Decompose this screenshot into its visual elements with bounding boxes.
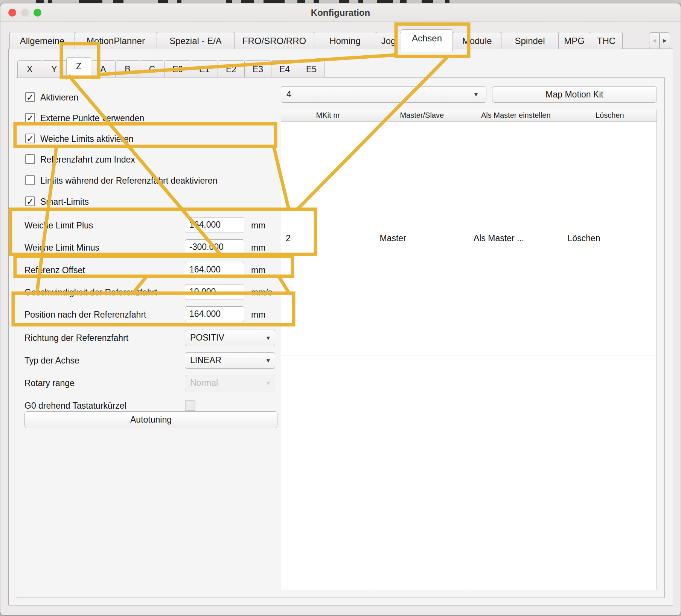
checkmark-icon: ✓	[26, 196, 34, 207]
titlebar[interactable]: Konfiguration	[0, 3, 681, 22]
checkmark-icon: ✓	[26, 113, 34, 123]
select-value: POSITIV	[190, 333, 224, 342]
checkmark-icon: ✓	[26, 134, 34, 144]
select-value: LINEAR	[190, 355, 221, 365]
chevron-down-icon: ▾	[267, 330, 270, 346]
checkbox-unchecked[interactable]	[25, 175, 35, 185]
mkit-table: MKit nrMaster/SlaveAls Master einstellen…	[281, 109, 657, 590]
map-motion-kit-button[interactable]: Map Motion Kit	[492, 86, 657, 103]
field-select[interactable]: POSITIV▾	[185, 330, 275, 346]
field-unit: mm/s	[251, 284, 272, 301]
field-unit: mm	[251, 217, 265, 234]
axis-tab-e1[interactable]: E1	[191, 60, 218, 78]
checkbox-label: Weiche Limits aktivieren	[40, 131, 134, 147]
axis-tab-a[interactable]: A	[91, 60, 116, 78]
axis-tab-e5[interactable]: E5	[298, 60, 325, 78]
checkbox-unchecked[interactable]	[185, 400, 195, 411]
tab-spezial-e-a[interactable]: Spezial - E/A	[157, 32, 235, 49]
tab-motionplanner[interactable]: MotionPlanner	[75, 32, 157, 49]
checkbox-checked[interactable]: ✓	[25, 92, 35, 102]
checkmark-icon: ✓	[26, 92, 34, 102]
mkit-column-header[interactable]: MKit nr	[281, 109, 375, 122]
axis-tab-c[interactable]: C	[140, 60, 165, 78]
field-label: Weiche Limit Plus	[24, 217, 93, 234]
mkit-table-empty-area	[281, 356, 657, 590]
axis-tab-e0[interactable]: E0	[164, 60, 191, 78]
loeschen-cell[interactable]: Löschen	[563, 122, 657, 356]
field-input[interactable]: 10.000	[185, 284, 244, 300]
field-label: Richtung der Referenzfahrt	[24, 330, 128, 346]
field-unit: mm	[251, 262, 265, 278]
tab-module[interactable]: Module	[452, 32, 501, 49]
als-master-cell[interactable]: Als Master ...	[469, 122, 563, 356]
checkbox-checked[interactable]: ✓	[25, 113, 35, 123]
axis-tab-b[interactable]: B	[115, 60, 140, 78]
tab-scroll-right-button[interactable]: ▶	[660, 32, 670, 49]
field-label: Referenz Offset	[24, 262, 85, 278]
axis-tab-e4[interactable]: E4	[271, 60, 298, 78]
field-label: Typ der Achse	[24, 352, 79, 369]
checkbox-label: Externe Punkte verwenden	[40, 110, 144, 126]
checkbox-unchecked[interactable]	[25, 154, 35, 164]
field-unit: mm	[251, 239, 265, 256]
tab-thc[interactable]: THC	[590, 32, 623, 49]
mkit-column-header[interactable]: Master/Slave	[375, 109, 469, 122]
screenshot-root: Konfiguration AllgemeineMotionPlannerSpe…	[0, 0, 681, 616]
field-select: Normal▾	[185, 375, 275, 391]
checkbox-label: Limits während der Referenzfahrt deaktiv…	[40, 173, 217, 189]
scroll-left-icon: ◀	[652, 38, 656, 43]
mkit-number-select[interactable]: 4 ▾	[281, 86, 486, 103]
tab-spindel[interactable]: Spindel	[501, 32, 559, 49]
field-input[interactable]: -300.000	[185, 239, 244, 255]
select-value: Normal	[190, 378, 218, 388]
axis-tab-z[interactable]: Z	[66, 57, 91, 80]
chevron-down-icon: ▾	[474, 87, 478, 102]
checkbox-label: Smart-Limits	[40, 194, 89, 210]
tab-mpg[interactable]: MPG	[558, 32, 590, 49]
field-label: Weiche Limit Minus	[24, 239, 99, 256]
chevron-down-icon: ▾	[267, 353, 270, 368]
field-label: Geschwindigkeit der Referenzfahrt	[24, 284, 157, 301]
axis-tab-y[interactable]: Y	[42, 60, 67, 78]
field-input[interactable]: 164.000	[185, 306, 244, 322]
field-select[interactable]: LINEAR▾	[185, 352, 275, 369]
mkit-column-header[interactable]: Löschen	[563, 109, 657, 122]
tab-scroll-left-button[interactable]: ◀	[649, 32, 660, 49]
window-title: Konfiguration	[0, 3, 681, 21]
field-unit: mm	[251, 306, 265, 323]
checkbox-label: Referenzfahrt zum Index	[40, 152, 135, 167]
chevron-down-icon: ▾	[267, 375, 270, 391]
tab-achsen[interactable]: Achsen	[401, 29, 453, 52]
axis-tab-e3[interactable]: E3	[244, 60, 271, 78]
mkit-table-header-row: MKit nrMaster/SlaveAls Master einstellen…	[281, 109, 657, 122]
tab-allgemeine[interactable]: Allgemeine	[9, 32, 75, 49]
konfiguration-window: Konfiguration AllgemeineMotionPlannerSpe…	[0, 3, 681, 616]
axis-tab-x[interactable]: X	[17, 60, 42, 78]
scroll-right-icon: ▶	[663, 38, 667, 43]
axis-tab-e2[interactable]: E2	[218, 60, 245, 78]
mkit-nr-cell[interactable]: 2	[281, 122, 375, 356]
field-input[interactable]: 164.000	[185, 217, 244, 233]
checkbox-label: Aktivieren	[40, 90, 78, 105]
field-label: Position nach der Referenzfahrt	[24, 306, 146, 323]
checkbox-checked[interactable]: ✓	[25, 196, 35, 206]
checkbox-checked[interactable]: ✓	[25, 134, 35, 143]
tab-fro-sro-rro[interactable]: FRO/SRO/RRO	[234, 32, 314, 49]
tab-jog[interactable]: Jog	[376, 32, 401, 49]
autotuning-button[interactable]: Autotuning	[24, 411, 277, 428]
mkit-column-header[interactable]: Als Master einstellen	[469, 109, 563, 122]
tab-homing[interactable]: Homing	[314, 32, 376, 49]
mkit-number-value: 4	[286, 89, 291, 99]
master-slave-cell[interactable]: Master	[375, 122, 469, 356]
mkit-table-row[interactable]: 2MasterAls Master ...Löschen	[281, 122, 657, 356]
field-input[interactable]: 164.000	[185, 262, 244, 278]
field-label: Rotary range	[24, 375, 75, 391]
